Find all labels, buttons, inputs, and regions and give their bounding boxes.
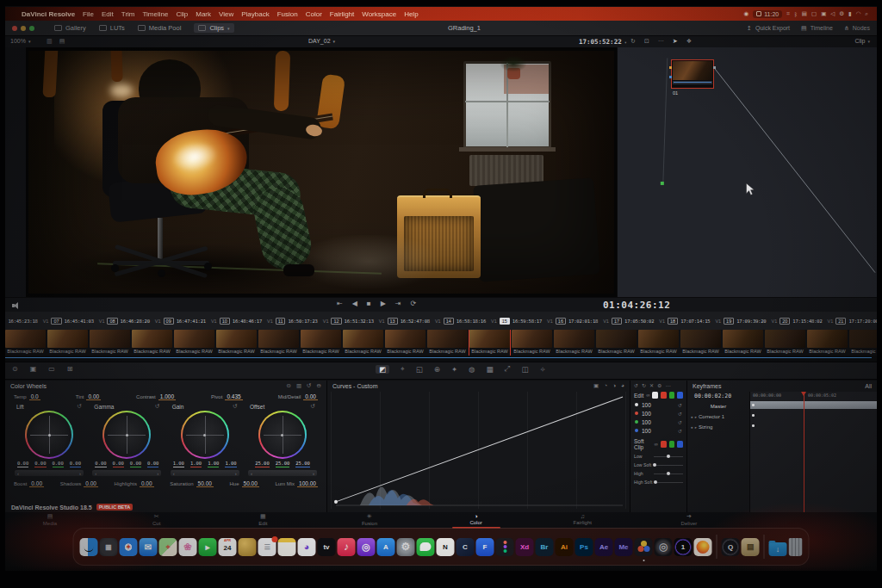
safari-icon[interactable]: ✦ — [120, 538, 138, 556]
viewer-timecode[interactable]: 17:05:52:22 ▾ — [579, 38, 627, 46]
channel-green-button[interactable] — [669, 392, 675, 399]
cinema-app-icon[interactable]: ◎ — [655, 538, 673, 556]
loop-icon[interactable]: ⟳ — [411, 300, 417, 307]
luts-button[interactable]: LUTs — [99, 24, 125, 32]
param-saturation[interactable]: Saturation50.00 — [170, 480, 214, 487]
davinci-resolve-icon[interactable] — [635, 538, 653, 556]
softclip-red-button[interactable] — [661, 441, 667, 448]
gallery-button[interactable]: Gallery — [54, 24, 86, 32]
clip-thumbnail[interactable]: Blackmagic RAW — [807, 330, 848, 356]
menu-file[interactable]: File — [83, 10, 94, 18]
softclip-slider-low-soft[interactable]: Low Soft — [630, 461, 686, 469]
clip-mode-select[interactable]: Clip ▾ — [854, 38, 870, 44]
reset-icon[interactable]: ↺ — [155, 403, 159, 410]
bypass-icon[interactable]: ▥ — [47, 38, 53, 45]
menu-playback[interactable]: Playback — [241, 10, 269, 18]
keyframe-playhead[interactable] — [804, 392, 804, 512]
channel-r-icon[interactable]: ◔ — [604, 382, 607, 389]
clip-thumbnail[interactable]: Blackmagic RAW — [596, 330, 637, 356]
music-icon[interactable]: ♪ — [338, 538, 356, 556]
clip-thumbnail[interactable]: Blackmagic RAW — [301, 330, 341, 356]
reset-icon[interactable]: ↺ — [307, 382, 311, 389]
podcasts-icon[interactable]: ◎ — [357, 538, 376, 556]
clip-thumbnail[interactable]: Blackmagic RAW — [174, 330, 214, 356]
clip-thumbnail[interactable]: Blackmagic RAW — [554, 330, 594, 356]
slider-track[interactable] — [654, 473, 683, 474]
slider-track[interactable] — [655, 482, 683, 483]
reset-icon[interactable]: ↺ — [678, 402, 682, 408]
softclip-slider-low[interactable]: Low — [630, 452, 686, 461]
timeline-button[interactable]: ▤ Timeline — [801, 25, 833, 32]
window-controls[interactable] — [12, 26, 34, 31]
pointer-tool-icon[interactable]: ➤ — [673, 38, 678, 45]
param-shadows[interactable]: Shadows0.00 — [60, 480, 98, 487]
softclip-slider-high-soft[interactable]: High Soft — [630, 478, 686, 486]
master-track-bar[interactable] — [750, 401, 877, 409]
firefox-icon[interactable] — [694, 538, 712, 556]
redo-icon[interactable]: ↻ — [642, 382, 646, 388]
volume-icon[interactable]: ◁ — [830, 10, 835, 17]
node-input-key-icon[interactable] — [669, 76, 672, 78]
softclip-slider-high[interactable]: High — [630, 469, 686, 478]
app-menu[interactable]: DaVinci Resolve — [22, 10, 75, 18]
menu-edit[interactable]: Edit — [102, 10, 114, 18]
master-wheel[interactable]: ‹› — [92, 470, 161, 476]
channel-red-button[interactable] — [661, 392, 667, 399]
menu-fusion[interactable]: Fusion — [277, 10, 298, 18]
bluetooth-icon[interactable]: ᛒ — [794, 11, 798, 17]
timeline-clip-marker[interactable]: V10816:46:28:20 — [96, 318, 152, 325]
menu-color[interactable]: Color — [306, 10, 322, 18]
key-icon[interactable]: ▦ — [487, 365, 494, 374]
step-back-icon[interactable]: ◀ — [352, 300, 357, 307]
param-highlights[interactable]: Highlights0.00 — [115, 480, 154, 487]
timeline-clip-marker[interactable]: V11416:58:18:16 — [432, 318, 488, 325]
stats-icon[interactable]: ⌗ — [786, 10, 790, 17]
battery-icon[interactable]: ▮ — [848, 10, 852, 17]
timeline-clip-marker[interactable]: V10616:45:23:18 — [5, 318, 40, 325]
trash-icon[interactable] — [789, 538, 803, 556]
corrector-node[interactable] — [671, 59, 714, 89]
timeline-clip-marker[interactable]: V10716:45:41:03 — [40, 318, 96, 325]
grab-still-icon[interactable]: ▤ — [59, 38, 65, 45]
reset-icon[interactable]: ↺ — [678, 411, 682, 417]
media-pool-button[interactable]: Media Pool — [138, 24, 182, 32]
expand-viewer-icon[interactable]: ⊡ — [644, 38, 649, 45]
menu-view[interactable]: View — [219, 10, 233, 18]
collapse-icon[interactable]: ⊖ — [317, 382, 321, 389]
spotlight-icon[interactable]: ⌕ — [865, 10, 868, 17]
slider-knob[interactable] — [654, 480, 657, 484]
skip-end-icon[interactable]: ⇥ — [395, 300, 401, 307]
keyframe-row-sizing[interactable]: ●▸Sizing — [687, 422, 749, 432]
clip-thumbnail[interactable]: Blackmagic RAW — [216, 330, 257, 356]
clip-thumbnail[interactable]: Blackmagic RAW — [5, 330, 46, 356]
timeline-clip-marker[interactable]: V11116:50:17:23 — [264, 318, 320, 325]
nodes-button[interactable]: ⋔ Nodes — [844, 25, 870, 32]
keyframe-dot[interactable] — [752, 424, 755, 427]
slider-track[interactable] — [654, 456, 683, 457]
reset-icon[interactable]: ↺ — [678, 428, 682, 434]
adobe-illustrator-icon[interactable]: Ai — [556, 538, 574, 556]
photos-icon[interactable]: ❀ — [179, 538, 197, 556]
keyframe-dot[interactable] — [752, 414, 755, 417]
link-channels-icon[interactable]: ∞ — [646, 393, 649, 398]
close-window-icon[interactable] — [12, 26, 17, 31]
facetime-icon[interactable]: ▸ — [199, 538, 217, 556]
adobe-photoshop-icon[interactable]: Ps — [575, 538, 593, 556]
calendar-icon[interactable]: 24 — [219, 538, 237, 556]
zoom-window-icon[interactable] — [29, 26, 34, 31]
node-output-icon[interactable] — [713, 66, 716, 69]
clip-thumbnail[interactable]: Blackmagic RAW — [47, 330, 88, 356]
keyframe-row-master[interactable]: Master — [687, 401, 749, 412]
keyframes-all-toggle[interactable]: All — [865, 383, 872, 389]
downloads-icon[interactable]: ↓ — [769, 542, 787, 556]
adobe-xd-icon[interactable]: Xd — [516, 538, 534, 556]
curves-icon[interactable]: ◩ — [376, 365, 389, 374]
sizing-icon[interactable]: ⤢ — [505, 364, 511, 374]
hand-tool-icon[interactable]: ❖ — [686, 38, 692, 45]
gold-app-icon[interactable] — [239, 538, 257, 556]
mute-icon[interactable] — [12, 302, 21, 309]
craft-icon[interactable]: C — [457, 538, 475, 556]
analytics-app-icon[interactable]: ◕ — [298, 538, 316, 556]
slider-track[interactable] — [654, 465, 683, 466]
clip-thumbnail[interactable]: Blackmagic RAW — [469, 330, 510, 356]
